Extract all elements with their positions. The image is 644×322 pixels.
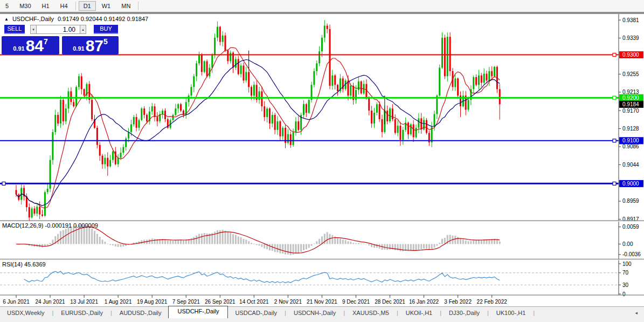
volume-dropdown-button[interactable]: ▾ bbox=[30, 25, 37, 34]
price-axis-label: 0.9255 bbox=[622, 71, 639, 77]
rsi-indicator-label: RSI(14) 45.6369 bbox=[2, 261, 46, 268]
date-axis-label: 2 Nov 2021 bbox=[274, 299, 302, 305]
sell-price-big: 84 bbox=[26, 37, 44, 54]
chart-tab-usdcad[interactable]: USDCAD-,Daily bbox=[228, 308, 284, 318]
chart-ohlc-values: 0.91749 0.92044 0.91492 0.91847 bbox=[58, 16, 148, 22]
timeframe-button-m30[interactable]: M30 bbox=[15, 1, 36, 11]
rsi-axis-label: 100 bbox=[622, 261, 632, 267]
chart-tab-xauusd[interactable]: XAUUSD-,M5 bbox=[345, 308, 396, 318]
timeframe-toolbar: 5M30H1H4D1W1MN bbox=[0, 0, 644, 12]
price-level-label-0.9200-text: 0.9200 bbox=[622, 95, 639, 101]
date-axis-label: 6 Jun 2021 bbox=[3, 299, 30, 305]
one-click-trading-panel: SELL ▾ ▴ BUY 0.91 84 7 0.91 87 bbox=[2, 25, 121, 54]
price-level-label-0.9100-text: 0.9100 bbox=[622, 138, 639, 143]
timeframe-button-h4[interactable]: H4 bbox=[56, 1, 73, 11]
macd-axis-label: -0.0036 bbox=[622, 251, 641, 257]
sell-price-prefix: 0.91 bbox=[13, 45, 24, 52]
price-axis-label: 0.9128 bbox=[622, 126, 639, 132]
date-axis-label: 16 Jan 2022 bbox=[409, 299, 439, 305]
chevron-up-icon: ▴ bbox=[82, 28, 84, 31]
price-level-label-0.9000-text: 0.9000 bbox=[622, 181, 639, 187]
date-axis[interactable]: 6 Jun 202124 Jun 202113 Jul 20211 Aug 20… bbox=[0, 295, 644, 305]
chart-window: 0.93810.93390.92550.92130.91700.91280.90… bbox=[0, 14, 644, 306]
rsi-axis-label: 70 bbox=[622, 270, 629, 276]
buy-price-big: 87 bbox=[86, 37, 103, 54]
hline-handle-0.9100[interactable] bbox=[613, 139, 616, 142]
sell-price-display[interactable]: 0.91 84 7 bbox=[2, 36, 59, 54]
date-axis-label: 14 Oct 2021 bbox=[239, 299, 269, 305]
timeframe-button-h1[interactable]: H1 bbox=[37, 1, 54, 11]
chart-tab-eurusd[interactable]: EURUSD-,Daily bbox=[54, 308, 110, 318]
current-price-label-text: 0.9184 bbox=[622, 101, 639, 107]
tab-scroll-left-icon[interactable]: ◂ bbox=[635, 310, 638, 316]
price-axis-label: 0.9170 bbox=[622, 108, 639, 114]
price-axis-label: 0.9339 bbox=[622, 35, 639, 41]
macd-axis-label: 0.0059 bbox=[622, 224, 639, 230]
price-axis-label: 0.9086 bbox=[622, 143, 639, 149]
hline-handle-0.9000[interactable] bbox=[2, 182, 5, 185]
collapse-triangle-icon[interactable]: ▲ bbox=[4, 16, 9, 22]
chart-tab-usdcnh[interactable]: USDCNH-,Daily bbox=[287, 308, 343, 318]
sell-price-pip: 7 bbox=[44, 37, 48, 46]
price-axis-label: 0.9044 bbox=[622, 162, 639, 168]
buy-button[interactable]: BUY bbox=[94, 25, 118, 34]
toolbar-separator bbox=[138, 2, 139, 10]
hline-handle-0.9000[interactable] bbox=[613, 182, 616, 185]
toolbar-separator bbox=[75, 2, 76, 10]
chart-tab-usdx[interactable]: USDX,Weekly bbox=[0, 308, 51, 318]
date-axis-label: 7 Sep 2021 bbox=[172, 299, 200, 305]
buy-price-prefix: 0.91 bbox=[73, 45, 84, 52]
date-axis-label: 22 Feb 2022 bbox=[477, 299, 508, 305]
hline-handle-0.9300[interactable] bbox=[613, 53, 616, 57]
timeframe-button-mn[interactable]: MN bbox=[116, 1, 135, 11]
tab-separator: | bbox=[532, 310, 535, 316]
price-level-label-0.9300-text: 0.9300 bbox=[622, 52, 639, 58]
mt4-terminal: 5M30H1H4D1W1MN 0.93810.93390.92550.92130… bbox=[0, 0, 644, 322]
date-axis-label: 1 Aug 2021 bbox=[105, 299, 132, 305]
date-axis-label: 26 Sep 2021 bbox=[205, 299, 236, 305]
price-axis-label: 0.8959 bbox=[622, 198, 639, 204]
price-chart-svg: 0.93810.93390.92550.92130.91700.91280.90… bbox=[0, 14, 644, 306]
date-axis-label: 3 Feb 2022 bbox=[444, 299, 472, 305]
date-axis-label: 24 Jun 2021 bbox=[36, 299, 65, 305]
timeframe-button-d1[interactable]: D1 bbox=[79, 1, 96, 11]
rsi-axis-label: 0 bbox=[622, 291, 626, 297]
rsi-axis-label: 30 bbox=[622, 282, 629, 288]
chart-tab-audusd[interactable]: AUDUSD-,Daily bbox=[113, 308, 169, 318]
chart-tab-usdchf[interactable]: USDCHF-,Daily bbox=[168, 306, 228, 319]
macd-axis-label: 0.00 bbox=[622, 241, 633, 247]
date-axis-label: 28 Dec 2021 bbox=[375, 299, 405, 305]
chevron-down-icon: ▾ bbox=[32, 28, 34, 31]
bottom-strip bbox=[0, 318, 644, 322]
buy-price-pip: 5 bbox=[103, 37, 108, 46]
date-axis-label: 21 Nov 2021 bbox=[307, 299, 337, 305]
macd-indicator-label: MACD(12,26,9) -0.000191 0.000009 bbox=[2, 222, 98, 229]
chart-tab-uk100[interactable]: UK100-,H1 bbox=[489, 308, 532, 318]
volume-input[interactable] bbox=[37, 25, 80, 34]
chart-tab-bar: USDX,Weekly|EURUSD-,Daily|AUDUSD-,DailyU… bbox=[0, 306, 644, 319]
date-axis-label: 13 Jul 2021 bbox=[70, 299, 98, 305]
date-axis-label: 9 Dec 2021 bbox=[342, 299, 370, 305]
chart-symbol-label: USDCHF-,Daily bbox=[12, 16, 54, 22]
timeframe-button-w1[interactable]: W1 bbox=[97, 1, 116, 11]
chart-title: ▲ USDCHF-,Daily 0.91749 0.92044 0.91492 … bbox=[4, 16, 148, 22]
volume-up-button[interactable]: ▴ bbox=[80, 25, 86, 34]
timeframe-button-5[interactable]: 5 bbox=[1, 1, 13, 11]
sell-button[interactable]: SELL bbox=[4, 25, 25, 34]
chart-tab-ukoil[interactable]: UKOil-,H1 bbox=[399, 308, 440, 318]
price-axis-label: 0.9381 bbox=[622, 17, 639, 23]
chart-tab-dj30[interactable]: DJ30-,Daily bbox=[442, 308, 487, 318]
chart-plot-area[interactable] bbox=[0, 14, 619, 295]
buy-price-display[interactable]: 0.91 87 5 bbox=[62, 36, 119, 54]
hline-handle-0.9200[interactable] bbox=[613, 96, 616, 99]
date-axis-label: 19 Aug 2021 bbox=[137, 299, 168, 305]
